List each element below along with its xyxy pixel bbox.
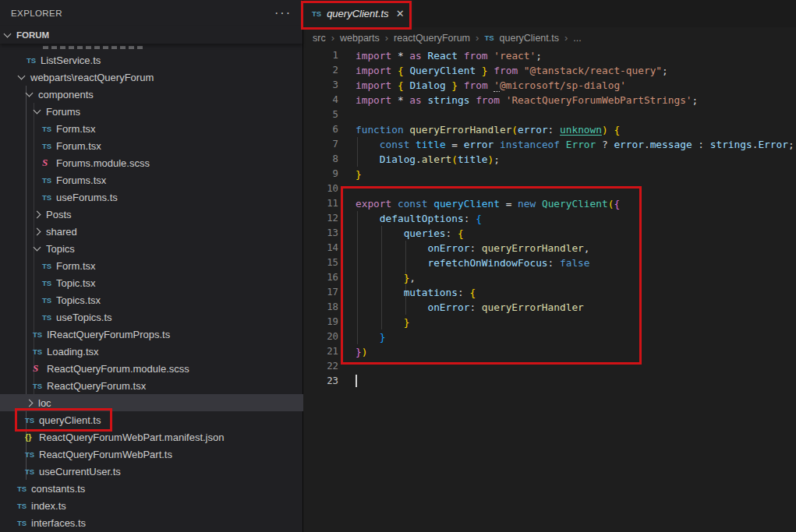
line-number: 9	[304, 167, 338, 181]
tree-item-label: Forums	[46, 106, 80, 118]
tree-item-components[interactable]: components	[0, 86, 303, 103]
tree-item-label: ListService.ts	[41, 55, 101, 66]
breadcrumb-item[interactable]: queryClient.ts	[500, 33, 559, 44]
code-line: 13 queries: {	[304, 226, 796, 241]
line-number: 17	[304, 285, 338, 300]
close-icon[interactable]: ✕	[396, 8, 405, 19]
tree-item-label: Forum.tsx	[56, 140, 101, 152]
line-number: 11	[304, 196, 338, 211]
tree-item-form-tsx[interactable]: TSForm.tsx	[0, 120, 303, 137]
tree-item-queryclient-ts[interactable]: TSqueryClient.ts	[0, 411, 303, 428]
ts-icon: TS	[25, 416, 39, 425]
workspace-section-header[interactable]: FORUM	[0, 26, 302, 44]
code-line-text: },	[338, 270, 416, 285]
code-line: 16 },	[304, 270, 796, 285]
tree-item-usetopics-ts[interactable]: TSuseTopics.ts	[0, 308, 303, 326]
chevron-down-icon	[18, 72, 26, 80]
tree-item-ireactqueryforumprops-ts[interactable]: TSIReactQueryForumProps.ts	[0, 326, 303, 343]
ts-icon: TS	[42, 193, 56, 202]
tree-item-forums-tsx[interactable]: TSForums.tsx	[0, 171, 303, 188]
code-editor[interactable]: 1import * as React from 'react';2import …	[304, 48, 796, 532]
code-line-text: import { QueryClient } from "@tanstack/r…	[338, 63, 668, 78]
chevron-right-icon	[34, 227, 41, 235]
code-line-text: }	[338, 315, 409, 329]
tree-item-reactqueryforum-module-scss[interactable]: SReactQueryForum.module.scss	[0, 360, 303, 377]
breadcrumb-item[interactable]: src	[313, 33, 326, 44]
tree-item-label: Form.tsx	[56, 123, 96, 135]
ts-icon: TS	[17, 519, 31, 527]
tree-item-label: Form.tsx	[56, 260, 96, 272]
ts-icon: TS	[33, 382, 47, 390]
breadcrumb-separator: ›	[331, 32, 334, 44]
line-number: 23	[304, 374, 338, 389]
chevron-down-icon	[34, 107, 41, 115]
code-line: 8 Dialog.alert(title);	[304, 152, 796, 167]
tree-item-forums-module-scss[interactable]: SForums.module.scss	[0, 154, 303, 171]
tree-item-form-tsx[interactable]: TSForm.tsx	[0, 257, 303, 274]
breadcrumb-item[interactable]: ...	[573, 33, 581, 44]
tree-item-posts[interactable]: Posts	[0, 206, 303, 223]
workspace-name: FORUM	[16, 30, 49, 40]
tree-item-listservice-ts[interactable]: TSListService.ts	[0, 51, 303, 69]
code-line-text: }	[338, 167, 362, 181]
code-line: 7 const title = error instanceof Error ?…	[304, 137, 796, 152]
code-line: 22	[304, 359, 796, 374]
tree-item-webparts-reactqueryforum[interactable]: webparts\reactQueryForum	[0, 69, 303, 86]
code-line-text: queries: {	[338, 226, 464, 241]
code-line: 15 refetchOnWindowFocus: false	[304, 255, 796, 270]
code-line-text: import * as strings from 'ReactQueryForu…	[338, 93, 698, 107]
tree-item-shared[interactable]: shared	[0, 223, 303, 240]
code-line: 14 onError: queryErrorHandler,	[304, 241, 796, 255]
line-number: 21	[304, 344, 338, 359]
tree-item-useforums-ts[interactable]: TSuseForums.ts	[0, 188, 303, 206]
line-number: 4	[304, 93, 338, 107]
tree-item-reactqueryforum-tsx[interactable]: TSReactQueryForum.tsx	[0, 377, 303, 394]
tree-item-topics-tsx[interactable]: TSTopics.tsx	[0, 291, 303, 308]
scss-icon: S	[42, 157, 56, 169]
code-line: 4import * as strings from 'ReactQueryFor…	[304, 93, 796, 107]
code-line: 18 onError: queryErrorHandler	[304, 300, 796, 315]
tree-item-reactqueryforumwebpart-ts[interactable]: TSReactQueryForumWebPart.ts	[0, 446, 303, 463]
ts-icon: TS	[33, 330, 47, 339]
tree-item-label: constants.ts	[31, 483, 85, 495]
code-line: 2import { QueryClient } from "@tanstack/…	[304, 63, 796, 78]
tree-item-label: Topic.tsx	[56, 277, 96, 289]
tree-item-loc[interactable]: loc	[0, 394, 303, 411]
line-number: 19	[304, 315, 338, 329]
code-line-text: const title = error instanceof Error ? e…	[338, 137, 794, 152]
tree-item-label: Topics.tsx	[56, 294, 101, 306]
breadcrumb-item[interactable]: reactQueryForum	[394, 33, 470, 44]
tree-item-forums[interactable]: Forums	[0, 103, 303, 120]
tree-item-label: interfaces.ts	[31, 517, 86, 529]
code-line: 19 }	[304, 315, 796, 329]
tree-item-index-ts[interactable]: TSindex.ts	[0, 497, 303, 514]
code-line-text: onError: queryErrorHandler	[338, 300, 584, 315]
tab-queryclient[interactable]: TS queryClient.ts ✕	[304, 0, 413, 27]
tree-item-label: ReactQueryForum.tsx	[47, 380, 146, 392]
tree-item-label: useTopics.ts	[56, 312, 112, 323]
code-line-text: }	[338, 329, 386, 344]
tree-item-constants-ts[interactable]: TSconstants.ts	[0, 480, 303, 497]
ts-icon: TS	[42, 313, 56, 322]
tree-item-usecurrentuser-ts[interactable]: TSuseCurrentUser.ts	[0, 463, 303, 480]
ts-icon: TS	[42, 142, 56, 150]
line-number: 7	[304, 137, 338, 152]
code-line-text: defaultOptions: {	[338, 211, 482, 226]
tree-item-interfaces-ts[interactable]: TSinterfaces.ts	[0, 514, 303, 531]
tree-item-label: components	[38, 89, 94, 100]
explorer-title: EXPLORER	[11, 9, 62, 18]
more-actions-button[interactable]: ···	[274, 9, 292, 17]
line-number: 6	[304, 122, 338, 137]
code-line: 9}	[304, 167, 796, 181]
tree-item-topic-tsx[interactable]: TSTopic.tsx	[0, 274, 303, 291]
line-number: 18	[304, 300, 338, 315]
tree-item-forum-tsx[interactable]: TSForum.tsx	[0, 137, 303, 154]
code-line: 21})	[304, 344, 796, 359]
tree-item-label: ReactQueryForum.module.scss	[47, 363, 189, 375]
ts-icon: TS	[42, 125, 56, 133]
code-line: 1import * as React from 'react';	[304, 48, 796, 63]
breadcrumb-item[interactable]: webparts	[340, 33, 380, 44]
tree-item-loading-tsx[interactable]: TSLoading.tsx	[0, 343, 303, 360]
tree-item-topics[interactable]: Topics	[0, 240, 303, 257]
tree-item-reactqueryforumwebpart-manifest-json[interactable]: {}ReactQueryForumWebPart.manifest.json	[0, 428, 303, 446]
